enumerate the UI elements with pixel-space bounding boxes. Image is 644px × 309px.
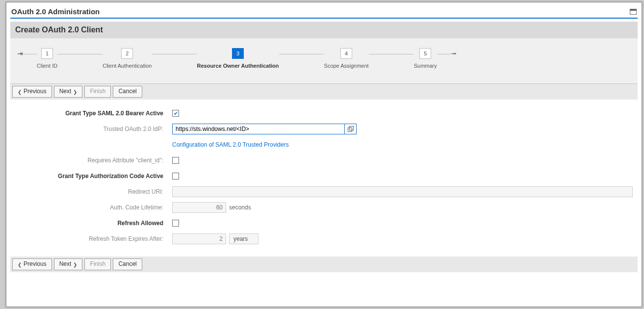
idp-combo[interactable] [172,124,357,134]
finish-button: Finish [84,86,111,98]
finish-label: Finish [90,88,105,95]
row-idp: Trusted OAuth 2.0 IdP: [15,123,633,135]
label-refresh-allowed: Refresh Allowed [15,220,172,227]
wizard-step-3[interactable]: 3 Resource Owner Authentication [197,48,279,69]
svg-rect-1 [349,127,353,130]
label-lifetime: Auth. Code Lifetime: [15,204,172,211]
step-label: Resource Owner Authentication [197,63,279,69]
app-window: OAuth 2.0 Administration Create OAuth 2.… [6,2,642,307]
step-label: Scope Assignment [324,63,369,69]
next-label: Next [59,261,72,267]
previous-button[interactable]: ❮ Previous [12,258,52,270]
wizard-connector [279,54,324,54]
wizard-step-2[interactable]: 2 Client Authentication [103,48,152,69]
label-redirect: Redirect URI: [15,188,172,195]
step-label: Summary [414,63,437,69]
checkbox-saml-bearer[interactable] [172,110,179,117]
step-label: Client ID [37,63,57,69]
step-number: 4 [340,48,352,59]
row-saml-bearer: Grant Type SAML 2.0 Bearer Active [15,107,633,119]
title-bar: OAuth 2.0 Administration [10,7,638,18]
previous-label: Previous [24,88,47,95]
next-button[interactable]: Next ❯ [54,258,83,270]
section-title: Create OAuth 2.0 Client [15,26,103,34]
roadmap-end-icon: ⤞ [451,50,457,57]
label-idp: Trusted OAuth 2.0 IdP: [15,126,172,132]
previous-label: Previous [24,261,47,267]
refresh-expires-unit[interactable]: years [229,233,258,244]
row-auth-code: Grant Type Authorization Code Active [15,170,633,182]
row-lifetime: Auth. Code Lifetime: seconds [15,202,633,213]
wizard-step-4[interactable]: 4 Scope Assignment [324,48,369,69]
chevron-right-icon: ❯ [73,89,77,95]
label-client-id-attr: Requires Attribute "client_id": [15,157,172,164]
app-title: OAuth 2.0 Administration [11,7,100,16]
label-auth-code: Grant Type Authorization Code Active [15,173,172,180]
step-label: Client Authentication [103,63,152,69]
svg-rect-0 [348,128,352,132]
wizard-step-5[interactable]: 5 Summary [414,48,437,69]
finish-label: Finish [90,261,105,267]
cancel-label: Cancel [118,88,136,95]
title-rule [10,18,638,19]
refresh-expires-input[interactable] [172,233,226,244]
checkbox-auth-code[interactable] [172,173,179,180]
wizard-connector [369,54,414,54]
nav-bar-top: ❮ Previous Next ❯ Finish Cancel [10,84,638,100]
value-help-button[interactable] [344,124,356,134]
previous-button[interactable]: ❮ Previous [12,86,52,98]
row-config-link: Configuration of SAML 2.0 Trusted Provid… [15,139,633,151]
row-refresh-allowed: Refresh Allowed [15,217,633,229]
row-refresh-expires: Refresh Token Expires After: years [15,233,633,245]
step-number: 3 [232,48,244,59]
chevron-left-icon: ❮ [18,262,22,267]
wizard-connector [437,54,451,54]
row-redirect: Redirect URI: [15,186,633,198]
maximize-icon[interactable] [630,9,637,15]
chevron-right-icon: ❯ [73,262,77,267]
roadmap-start-icon: ⇥ [17,50,23,57]
nav-bar-bottom: ❮ Previous Next ❯ Finish Cancel [10,257,638,272]
checkbox-client-id-attr[interactable] [172,157,179,164]
section-header: Create OAuth 2.0 Client [10,22,638,38]
cancel-button[interactable]: Cancel [113,86,142,98]
row-client-id-attr: Requires Attribute "client_id": [15,154,633,166]
idp-input[interactable] [173,124,344,134]
checkbox-refresh-allowed[interactable] [172,220,179,227]
wizard-step-1[interactable]: 1 Client ID [37,48,57,69]
cancel-button[interactable]: Cancel [113,258,142,270]
wizard-connector [152,54,197,54]
step-number: 1 [41,48,53,59]
next-button[interactable]: Next ❯ [54,86,83,98]
redirect-input[interactable] [172,186,633,197]
wizard-connector [57,54,103,54]
step-number: 5 [419,48,431,59]
chevron-left-icon: ❮ [18,89,22,95]
next-label: Next [59,88,72,95]
label-saml-bearer: Grant Type SAML 2.0 Bearer Active [15,110,172,117]
wizard-roadmap: ⇥ 1 Client ID 2 Client Authentication 3 … [10,38,638,84]
label-refresh-expires: Refresh Token Expires After: [15,235,172,242]
config-trusted-providers-link[interactable]: Configuration of SAML 2.0 Trusted Provid… [172,141,289,148]
step-number: 2 [121,48,133,59]
lifetime-unit: seconds [229,204,251,211]
value-help-icon [348,126,354,132]
wizard-connector [23,54,37,54]
form-area: Grant Type SAML 2.0 Bearer Active Truste… [10,100,638,257]
lifetime-input[interactable] [172,202,226,213]
finish-button: Finish [84,258,111,270]
cancel-label: Cancel [118,261,136,267]
